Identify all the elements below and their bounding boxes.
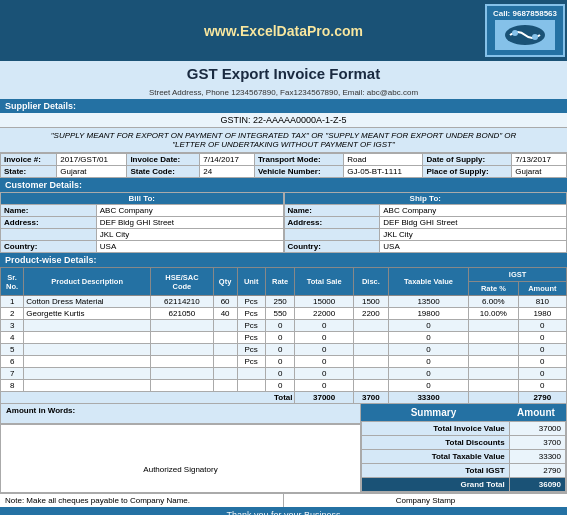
cell-desc: Georgette Kurtis	[24, 308, 151, 320]
invoice-title: GST Export Invoice Format	[0, 61, 567, 86]
cell-total-sale: 15000	[295, 296, 353, 308]
state: Gujarat	[57, 166, 127, 178]
cell-unit: Pcs	[237, 320, 265, 332]
bill-country-label: Country:	[1, 241, 97, 253]
cell-qty	[213, 368, 237, 380]
cell-rate: 550	[265, 308, 295, 320]
cell-igst-amount: 0	[518, 320, 566, 332]
bill-address1: DEF Bldg GHI Street	[96, 217, 283, 229]
total-disc: 3700	[353, 392, 388, 404]
cell-taxable: 0	[388, 380, 468, 392]
product-row: 6 Pcs 0 0 0 0	[1, 356, 567, 368]
cell-disc	[353, 320, 388, 332]
place-of-supply-label: Place of Supply:	[423, 166, 512, 178]
invoice-subtitle: Street Address, Phone 1234567890, Fax123…	[0, 86, 567, 99]
cell-qty: 60	[213, 296, 237, 308]
invoice-info-table: Invoice #: 2017/GST/01 Invoice Date: 7/1…	[0, 153, 567, 178]
total-invoice-value: 37000	[509, 422, 565, 436]
transport-label: Transport Mode:	[254, 154, 343, 166]
cell-unit: Pcs	[237, 296, 265, 308]
bill-name-label: Name:	[1, 205, 97, 217]
amount-words-label: Amount in Words:	[6, 406, 75, 415]
grand-total-value: 36090	[509, 478, 565, 492]
cell-unit: Pcs	[237, 344, 265, 356]
cell-igst-rate	[469, 344, 519, 356]
cell-desc	[24, 332, 151, 344]
cell-igst-amount: 0	[518, 368, 566, 380]
col-igst-amount: Amount	[518, 282, 566, 296]
product-row: 7 0 0 0 0	[1, 368, 567, 380]
cell-sr: 6	[1, 356, 24, 368]
col-disc: Disc.	[353, 268, 388, 296]
cell-igst-rate	[469, 356, 519, 368]
cell-qty	[213, 356, 237, 368]
svg-point-2	[532, 34, 538, 40]
cell-taxable: 13500	[388, 296, 468, 308]
bill-name: ABC Company	[96, 205, 283, 217]
cell-taxable: 0	[388, 356, 468, 368]
total-discounts-value: 3700	[509, 436, 565, 450]
site-url: www.ExcelDataPro.com	[82, 23, 485, 39]
cell-taxable: 19800	[388, 308, 468, 320]
cell-sr: 4	[1, 332, 24, 344]
cell-rate: 0	[265, 344, 295, 356]
invoice-no: 2017/GST/01	[57, 154, 127, 166]
col-rate: Rate	[265, 268, 295, 296]
summary-table: Total Invoice Value 37000 Total Discount…	[361, 421, 566, 492]
cell-total-sale: 22000	[295, 308, 353, 320]
total-igst: 2790	[518, 392, 566, 404]
footer-note: Note: Make all cheques payable to Compan…	[0, 494, 284, 507]
total-label: Total	[1, 392, 295, 404]
amount-words-container: Amount in Words:	[1, 404, 360, 424]
cell-desc	[24, 380, 151, 392]
ship-to-header: Ship To:	[284, 193, 567, 205]
product-row: 4 Pcs 0 0 0 0	[1, 332, 567, 344]
total-igst-row: Total IGST 2790	[362, 464, 566, 478]
cell-igst-rate: 10.00%	[469, 308, 519, 320]
supply-notice-text: "SUPPLY MEANT FOR EXPORT ON PAYMENT OF I…	[51, 131, 517, 149]
invoice-no-label: Invoice #:	[1, 154, 57, 166]
cell-total-sale: 0	[295, 320, 353, 332]
total-invoice-label: Total Invoice Value	[362, 422, 510, 436]
cell-desc	[24, 368, 151, 380]
bottom-right: Summary Amount Total Invoice Value 37000…	[361, 404, 566, 492]
vehicle: GJ-05-BT-1111	[344, 166, 423, 178]
cell-igst-amount: 810	[518, 296, 566, 308]
customer-section: Bill To: Name: ABC Company Address: DEF …	[0, 192, 567, 253]
total-discounts-label: Total Discounts	[362, 436, 510, 450]
phone-label: Call: 9687858563	[493, 9, 557, 18]
cell-igst-amount: 0	[518, 380, 566, 392]
cell-sr: 2	[1, 308, 24, 320]
cell-qty: 40	[213, 308, 237, 320]
product-table: Sr.No. Product Description HSE/SACCode Q…	[0, 267, 567, 404]
state-label: State:	[1, 166, 57, 178]
ship-address1: DEF Bldg GHI Street	[380, 217, 567, 229]
cell-sr: 5	[1, 344, 24, 356]
supply-notice: "SUPPLY MEANT FOR EXPORT ON PAYMENT OF I…	[0, 128, 567, 153]
bill-address2: JKL City	[96, 229, 283, 241]
cell-disc	[353, 344, 388, 356]
footer-thank-you: Thank you for your Business	[0, 507, 567, 515]
cell-desc	[24, 356, 151, 368]
cell-sr: 1	[1, 296, 24, 308]
cell-disc	[353, 368, 388, 380]
cell-qty	[213, 332, 237, 344]
cell-igst-rate	[469, 368, 519, 380]
grand-total-row: Grand Total 36090	[362, 478, 566, 492]
cell-disc	[353, 332, 388, 344]
col-sr-no: Sr.No.	[1, 268, 24, 296]
customer-section-label: Customer Details:	[0, 178, 567, 192]
cell-igst-rate	[469, 320, 519, 332]
cell-hse	[151, 356, 214, 368]
authorized-box: Authorized Signatory	[1, 424, 360, 479]
col-unit: Unit	[237, 268, 265, 296]
cell-igst-rate: 6.00%	[469, 296, 519, 308]
state-code: 24	[200, 166, 255, 178]
total-taxable-label: Total Taxable Value	[362, 450, 510, 464]
cell-desc: Cotton Dress Material	[24, 296, 151, 308]
footer-stamp: Company Stamp	[284, 494, 567, 507]
cell-desc	[24, 344, 151, 356]
cell-total-sale: 0	[295, 368, 353, 380]
cell-taxable: 0	[388, 332, 468, 344]
cell-igst-amount: 0	[518, 344, 566, 356]
